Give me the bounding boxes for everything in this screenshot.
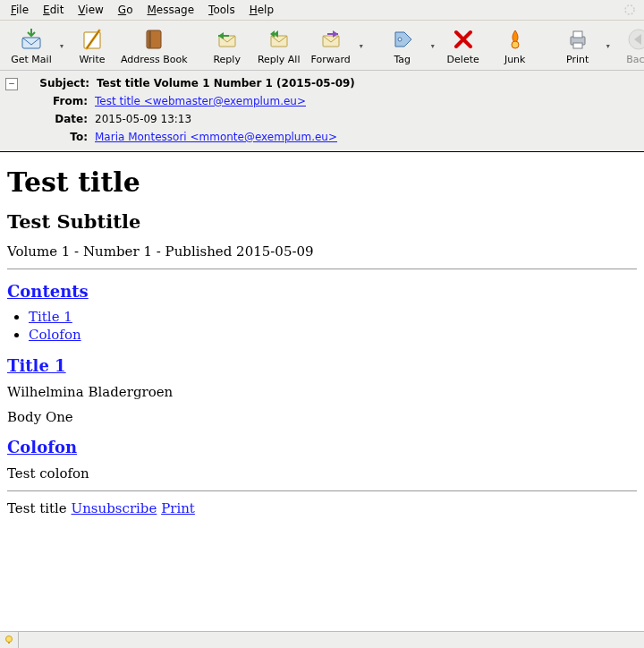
svg-rect-11 <box>573 31 582 38</box>
svg-rect-15 <box>8 642 10 644</box>
subject-label: Subject: <box>23 76 97 90</box>
forward-icon <box>318 27 343 52</box>
unsubscribe-link[interactable]: Unsubscribe <box>72 500 157 516</box>
svg-point-0 <box>625 5 634 14</box>
toc-link-2[interactable]: Colofon <box>29 327 81 343</box>
header-collapse-toggle[interactable]: − <box>5 78 18 90</box>
print-icon <box>565 27 590 52</box>
body-subtitle: Test Subtitle <box>7 210 637 233</box>
forward-button[interactable]: Forward <box>305 24 357 68</box>
status-hint-icon[interactable] <box>0 632 19 648</box>
delete-button[interactable]: Delete <box>437 24 489 68</box>
contents-heading: Contents <box>7 282 637 301</box>
menu-go[interactable]: Go <box>111 2 140 18</box>
menubar: File Edit View Go Message Tools Help <box>0 0 644 21</box>
reply-icon <box>215 27 240 52</box>
print-button[interactable]: Print <box>552 24 604 68</box>
status-text <box>19 632 644 648</box>
body-footer: Test title Unsubscribe Print <box>7 500 637 516</box>
article-heading: Colofon <box>7 438 637 456</box>
reply-all-button[interactable]: Reply All <box>253 24 305 68</box>
contents-heading-link[interactable]: Contents <box>7 282 89 301</box>
delete-icon <box>451 27 476 52</box>
tag-button[interactable]: Tag <box>377 24 428 68</box>
menu-view[interactable]: View <box>71 2 110 18</box>
menu-tools[interactable]: Tools <box>201 2 242 18</box>
get-mail-button[interactable]: Get Mail <box>5 24 57 68</box>
article-1-heading-link[interactable]: Title 1 <box>7 356 66 375</box>
list-item: Title 1 <box>29 308 637 326</box>
to-link[interactable]: Maria Montessori <mmonte@exemplum.eu> <box>95 131 337 143</box>
statusbar <box>0 631 644 648</box>
date-value: 2015-05-09 13:13 <box>95 112 640 126</box>
menu-file[interactable]: File <box>4 2 36 18</box>
write-icon <box>80 27 105 52</box>
svg-rect-4 <box>148 30 151 48</box>
svg-rect-12 <box>573 43 582 48</box>
date-label: Date: <box>21 112 95 126</box>
body-title: Test title <box>7 166 637 198</box>
activity-indicator-icon <box>623 3 637 17</box>
footer-site: Test title <box>7 500 67 516</box>
subject-value: Test title Volume 1 Number 1 (2015-05-09… <box>97 76 640 90</box>
svg-point-8 <box>398 38 402 41</box>
list-item: Colofon <box>29 326 637 344</box>
get-mail-icon <box>19 27 44 52</box>
reply-button[interactable]: Reply <box>201 24 253 68</box>
junk-icon <box>503 27 528 52</box>
svg-point-14 <box>6 636 13 643</box>
divider <box>7 490 637 491</box>
to-label: To: <box>21 130 95 144</box>
article-heading: Title 1 <box>7 356 637 375</box>
back-button: Back <box>613 24 644 68</box>
toc-link-1[interactable]: Title 1 <box>29 309 72 325</box>
menu-help[interactable]: Help <box>242 2 281 18</box>
message-body: Test title Test Subtitle Volume 1 - Numb… <box>0 152 644 634</box>
reply-all-icon <box>267 27 292 52</box>
write-button[interactable]: Write <box>66 24 118 68</box>
toolbar: Get Mail Write Address Book Reply <box>0 21 644 71</box>
article-2-heading-link[interactable]: Colofon <box>7 438 77 456</box>
junk-button[interactable]: Junk <box>489 24 541 68</box>
print-link[interactable]: Print <box>161 500 195 516</box>
from-link[interactable]: Test title <webmaster@exemplum.eu> <box>95 95 306 107</box>
menu-edit[interactable]: Edit <box>36 2 71 18</box>
address-book-icon <box>141 27 166 52</box>
back-icon <box>626 27 644 52</box>
article-2-body: Test colofon <box>7 465 637 482</box>
tag-icon <box>390 27 415 52</box>
tag-dropdown[interactable] <box>428 24 437 68</box>
message-header-pane: − Subject: Test title Volume 1 Number 1 … <box>0 71 644 152</box>
divider <box>7 269 637 269</box>
get-mail-dropdown[interactable] <box>57 24 66 68</box>
article-1-body: Body One <box>7 409 637 425</box>
from-label: From: <box>21 94 95 108</box>
article-1-author: Wilhelmina Bladergroen <box>7 384 637 400</box>
svg-point-9 <box>512 41 519 48</box>
toc-list: Title 1 Colofon <box>29 308 637 344</box>
menu-message[interactable]: Message <box>140 2 201 18</box>
address-book-button[interactable]: Address Book <box>118 24 191 68</box>
forward-dropdown[interactable] <box>357 24 366 68</box>
body-publine: Volume 1 - Number 1 - Published 2015-05-… <box>7 243 637 260</box>
print-dropdown[interactable] <box>604 24 613 68</box>
